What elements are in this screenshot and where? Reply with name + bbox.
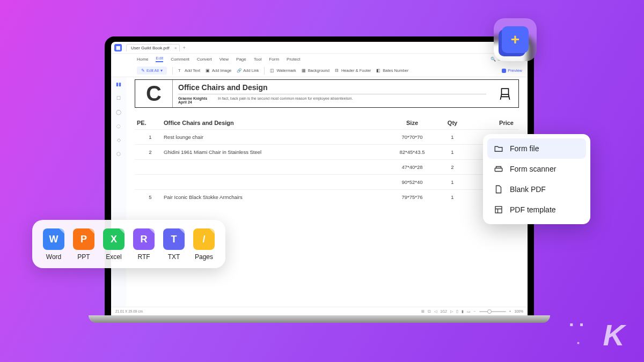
body-area: ▮▮ ☐ ◯ ◌ ◇ ⬡ C Office Chairs and Design … — [111, 77, 528, 307]
menu-home[interactable]: Home — [137, 57, 148, 62]
menu-form-scanner[interactable]: Form scanner — [487, 159, 586, 179]
pages-icon: / — [193, 228, 215, 250]
folder-icon — [494, 144, 503, 153]
th-size: Size — [388, 120, 436, 126]
table-row: 90*52*40 1 $1,320.92 — [135, 174, 519, 189]
filetype-rtf[interactable]: RRTF — [133, 228, 155, 261]
laptop-frame: ▦ User Guild Book.pdf × + Home Edit Comm… — [105, 36, 534, 315]
filetype-txt[interactable]: TTXT — [163, 228, 185, 261]
view-single-icon[interactable]: ▯ — [456, 309, 458, 314]
header-main: Office Chairs and Design Graeme Knights … — [173, 80, 492, 107]
table-row: 1 Rest lounge chair 70*70*70 1 $**.* — [135, 129, 519, 144]
menu-comment[interactable]: Comment — [171, 57, 189, 62]
table-row: 5 Pair Iconic Black Stokke Armchairs 79*… — [135, 189, 519, 204]
new-tab-button[interactable]: + — [183, 45, 186, 50]
filetype-ppt[interactable]: PPPT — [73, 228, 94, 261]
menu-form[interactable]: Form — [269, 57, 279, 62]
watermark-button[interactable]: ◫Watermark — [270, 68, 296, 73]
comment-icon[interactable]: ◯ — [115, 108, 122, 116]
pencil-icon: ✎ — [141, 68, 145, 73]
menu-page[interactable]: Page — [236, 57, 246, 62]
page-indicator[interactable]: 1/12 — [440, 309, 447, 313]
app-screen: ▦ User Guild Book.pdf × + Home Edit Comm… — [111, 42, 528, 315]
document-tab[interactable]: User Guild Book.pdf × — [126, 44, 180, 51]
text-icon: T — [178, 68, 183, 73]
template-icon — [494, 205, 503, 215]
document-viewport[interactable]: C Office Chairs and Design Graeme Knight… — [126, 77, 528, 307]
document-title: Office Chairs and Design — [178, 83, 486, 94]
add-text-button[interactable]: TAdd Text — [178, 68, 200, 73]
attachment-icon[interactable]: ◇ — [115, 136, 122, 144]
author-name: Graeme Knights — [178, 97, 207, 100]
chevron-down-icon: ▾ — [160, 68, 163, 73]
file-types-panel: WWord PPPT XExcel RRTF TTXT /Pages — [32, 220, 225, 268]
th-qty: Qty — [436, 120, 469, 126]
plus-badge: + — [502, 26, 529, 53]
app-logo: ▦ — [114, 44, 122, 51]
menu-view[interactable]: View — [219, 57, 229, 62]
page-dimensions: 21.01 X 29.69 cm — [115, 309, 143, 313]
image-icon: ▣ — [206, 68, 210, 73]
view-facing-icon[interactable]: ▭ — [467, 309, 471, 314]
add-link-button[interactable]: 🔗Add Link — [237, 68, 259, 73]
prev-page-icon[interactable]: ◁ — [434, 309, 437, 314]
left-sidebar: ▮▮ ☐ ◯ ◌ ◇ ⬡ — [111, 77, 126, 307]
separator — [172, 67, 173, 75]
preview-toggle[interactable]: Preview — [502, 68, 522, 73]
zoom-value[interactable]: 100% — [514, 309, 523, 313]
ppt-icon: P — [73, 228, 94, 250]
fit-icon[interactable]: ⊞ — [421, 309, 425, 314]
scanner-icon — [494, 164, 503, 174]
add-image-button[interactable]: ▣Add Image — [206, 68, 231, 73]
th-pe: PE. — [137, 120, 164, 126]
brand-dots: ▪ ▪ — [569, 319, 585, 331]
laptop-base — [89, 315, 550, 323]
filetype-word[interactable]: WWord — [43, 228, 64, 261]
document-icon — [494, 184, 503, 194]
menubar: Home Edit Comment Convert View Page Tool… — [111, 54, 528, 64]
titlebar: ▦ User Guild Book.pdf × + — [111, 42, 528, 54]
header-footer-button[interactable]: ⊟Header & Footer — [335, 68, 371, 73]
zoom-out-icon[interactable]: − — [474, 309, 476, 313]
bates-number-button[interactable]: ◧Bates Number — [376, 68, 408, 73]
menu-blank-pdf[interactable]: Blank PDF — [487, 179, 586, 200]
svg-rect-0 — [502, 88, 509, 94]
zoom-in-icon[interactable]: + — [509, 309, 511, 313]
table-row: 2 Ghidini 1961 Miami Chair in Stainless … — [135, 144, 519, 159]
menu-edit[interactable]: Edit — [156, 56, 163, 62]
menu-convert[interactable]: Convert — [197, 57, 212, 62]
view-continuous-icon[interactable]: ▮ — [462, 309, 464, 314]
add-document-button[interactable]: + — [494, 18, 537, 61]
bookmark-icon[interactable]: ☐ — [115, 94, 122, 102]
separator — [264, 67, 265, 75]
menu-form-file[interactable]: Form file — [487, 138, 586, 159]
th-price: Price — [469, 120, 517, 126]
menu-protect[interactable]: Protect — [287, 57, 300, 62]
svg-rect-2 — [495, 206, 502, 213]
thumbnails-icon[interactable]: ▮▮ — [115, 80, 122, 88]
excel-icon: X — [103, 228, 125, 250]
menu-pdf-template[interactable]: PDF template — [487, 200, 586, 220]
brand-dots-small: ▪ — [577, 338, 580, 347]
filetype-excel[interactable]: XExcel — [103, 228, 125, 261]
layers-icon[interactable]: ⬡ — [115, 150, 122, 158]
link-icon: 🔗 — [237, 68, 241, 73]
search-panel-icon[interactable]: ◌ — [115, 122, 122, 130]
tab-filename: User Guild Book.pdf — [131, 46, 170, 50]
close-tab-icon[interactable]: × — [174, 46, 177, 50]
zoom-slider[interactable] — [479, 311, 506, 312]
fit-width-icon[interactable]: ⊡ — [428, 309, 431, 314]
th-name: Office Chairs and Design — [164, 120, 388, 126]
background-button[interactable]: ▦Background — [302, 68, 330, 73]
menu-tool[interactable]: Tool — [254, 57, 262, 62]
filetype-pages[interactable]: /Pages — [193, 228, 215, 261]
document-header: C Office Chairs and Design Graeme Knight… — [135, 79, 519, 108]
new-document-menu: Form file Form scanner Blank PDF PDF tem… — [483, 134, 590, 224]
checkbox-icon — [502, 69, 506, 73]
svg-rect-1 — [495, 168, 502, 172]
next-page-icon[interactable]: ▷ — [450, 309, 453, 314]
edit-all-button[interactable]: ✎ Edit All ▾ — [137, 67, 167, 75]
bates-icon: ◧ — [376, 68, 381, 73]
doc-description: In fact, back pain is the second most co… — [218, 97, 353, 104]
search-icon: 🔍 — [491, 57, 496, 62]
